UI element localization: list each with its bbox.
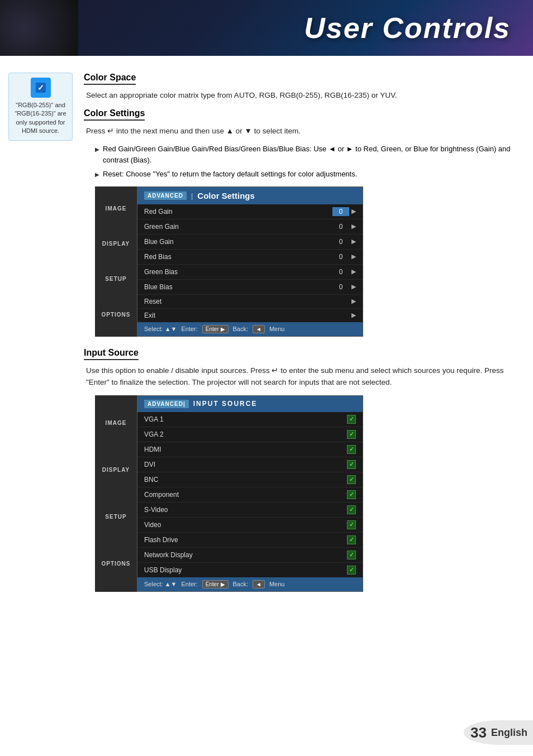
- row-arrow: ▶: [351, 238, 356, 245]
- row-checkbox: ✓: [347, 566, 356, 575]
- menu-title: Color Settings: [197, 191, 255, 200]
- row-checkbox: ✓: [347, 475, 356, 484]
- row-checkbox: ✓: [347, 505, 356, 514]
- color-settings-row[interactable]: Red Bias0▶: [137, 250, 363, 265]
- row-label: Flash Drive: [144, 536, 347, 544]
- row-checkbox: ✓: [347, 430, 356, 439]
- input-source-title: Input Source: [84, 348, 139, 360]
- input-advanced-label: ADVANCED|: [144, 400, 189, 408]
- row-value: 0: [332, 222, 349, 231]
- input-menu-title: INPUT SOURCE: [193, 400, 258, 408]
- row-arrow: ▶: [351, 208, 356, 215]
- color-settings-row[interactable]: Blue Gain0▶: [137, 235, 363, 250]
- color-settings-intro: Press ↵ into the next menu and then use …: [84, 125, 516, 137]
- row-arrow: ▶: [351, 223, 356, 230]
- header: User Controls: [0, 0, 533, 56]
- input-menu-key: Menu: [269, 581, 285, 587]
- menu-key: Menu: [269, 326, 285, 332]
- enter-key[interactable]: Enter ▶: [202, 325, 229, 333]
- row-arrow: ▶: [351, 268, 356, 275]
- select-label: Select: ▲▼: [144, 326, 177, 332]
- row-arrow: ▶: [351, 312, 356, 319]
- menu-sidebar: IMAGE DISPLAY SETUP OPTIONS: [95, 186, 137, 337]
- color-settings-row[interactable]: Exit▶: [137, 309, 363, 322]
- sidebar-item-options: OPTIONS: [95, 302, 137, 328]
- row-arrow: ▶: [351, 298, 356, 305]
- row-label: Green Bias: [144, 268, 332, 276]
- input-source-row[interactable]: Flash Drive✓: [137, 533, 363, 548]
- menu-main: ADVANCED | Color Settings Red Gain0▶Gree…: [137, 186, 363, 337]
- input-source-row[interactable]: USB Display✓: [137, 563, 363, 577]
- row-label: HDMI: [144, 446, 347, 453]
- row-checkbox: ✓: [347, 460, 356, 469]
- row-label: Blue Gain: [144, 238, 332, 246]
- color-space-description: Select an appropriate color matrix type …: [84, 89, 516, 102]
- color-settings-title: Color Settings: [84, 108, 145, 121]
- input-source-row[interactable]: Network Display✓: [137, 548, 363, 563]
- input-source-row[interactable]: Component✓: [137, 487, 363, 503]
- input-menu-header: ADVANCED| INPUT SOURCE: [137, 396, 363, 412]
- note-box: ✓ "RGB(0-255)" and "RGB(16-235)" are onl…: [8, 73, 73, 141]
- row-checkbox: ✓: [347, 415, 356, 424]
- row-value: 0: [332, 267, 349, 276]
- page-footer: 33 English: [464, 720, 533, 745]
- header-corner-image: [0, 0, 78, 56]
- menu-footer: Select: ▲▼ Enter: Enter ▶ Back: ◄ Menu: [137, 322, 363, 336]
- input-enter-key[interactable]: Enter ▶: [202, 580, 229, 588]
- input-back-key[interactable]: ◄: [253, 580, 265, 588]
- row-label: Red Bias: [144, 253, 332, 261]
- row-value: 0: [332, 283, 349, 291]
- input-source-row[interactable]: HDMI✓: [137, 442, 363, 457]
- input-menu-sidebar: IMAGE DISPLAY SETUP OPTIONS: [95, 395, 137, 592]
- row-label: Blue Bias: [144, 283, 332, 291]
- row-label: Network Display: [144, 551, 347, 559]
- menu-separator: |: [191, 192, 193, 200]
- input-sidebar-setup: SETUP: [95, 504, 137, 530]
- enter-label: Enter:: [181, 326, 197, 332]
- sidebar-item-image: IMAGE: [95, 195, 137, 222]
- input-source-row[interactable]: DVI✓: [137, 457, 363, 472]
- back-key[interactable]: ◄: [253, 325, 265, 333]
- input-source-description: Use this option to enable / disable inpu…: [84, 365, 516, 389]
- input-source-section: Input Source Use this option to enable /…: [84, 348, 516, 592]
- row-arrow: ▶: [351, 283, 356, 290]
- row-label: USB Display: [144, 566, 347, 574]
- back-label: Back:: [233, 326, 249, 332]
- color-space-section: Color Space Select an appropriate color …: [84, 73, 516, 102]
- input-source-row[interactable]: Video✓: [137, 518, 363, 533]
- page-title: User Controls: [304, 11, 511, 45]
- language-label: English: [491, 727, 527, 739]
- row-value: 0: [332, 237, 349, 246]
- row-checkbox: ✓: [347, 551, 356, 559]
- row-label: VGA 2: [144, 430, 347, 438]
- color-settings-section: Color Settings Press ↵ into the next men…: [84, 108, 516, 337]
- main-content: ✓ "RGB(0-255)" and "RGB(16-235)" are onl…: [0, 56, 533, 615]
- content-area: Color Space Select an appropriate color …: [78, 67, 533, 604]
- input-sidebar-options: OPTIONS: [95, 551, 137, 577]
- input-menu-footer: Select: ▲▼ Enter: Enter ▶ Back: ◄ Menu: [137, 577, 363, 591]
- note-text: "RGB(0-255)" and "RGB(16-235)" are only …: [13, 101, 68, 136]
- row-label: Video: [144, 521, 347, 529]
- color-settings-row[interactable]: Blue Bias0▶: [137, 280, 363, 295]
- sidebar-note: ✓ "RGB(0-255)" and "RGB(16-235)" are onl…: [0, 67, 78, 604]
- color-settings-row[interactable]: Reset▶: [137, 295, 363, 309]
- row-label: Green Gain: [144, 223, 332, 231]
- row-checkbox: ✓: [347, 490, 356, 499]
- row-value: 0: [332, 207, 349, 216]
- input-source-row[interactable]: VGA 2✓: [137, 427, 363, 442]
- color-settings-row[interactable]: Green Gain0▶: [137, 219, 363, 235]
- color-settings-row[interactable]: Red Gain0▶: [137, 204, 363, 219]
- color-settings-row[interactable]: Green Bias0▶: [137, 265, 363, 280]
- row-label: DVI: [144, 461, 347, 468]
- menu-advanced-label: ADVANCED: [144, 192, 187, 200]
- input-source-row[interactable]: BNC✓: [137, 472, 363, 487]
- row-label: Reset: [144, 298, 351, 305]
- input-source-row[interactable]: VGA 1✓: [137, 412, 363, 427]
- sidebar-item-setup: SETUP: [95, 266, 137, 292]
- page-number-badge: 33 English: [464, 720, 533, 745]
- input-back-label: Back:: [233, 581, 249, 587]
- input-source-row[interactable]: S-Video✓: [137, 503, 363, 518]
- input-enter-label: Enter:: [181, 581, 197, 587]
- row-label: BNC: [144, 476, 347, 484]
- menu-header: ADVANCED | Color Settings: [137, 187, 363, 204]
